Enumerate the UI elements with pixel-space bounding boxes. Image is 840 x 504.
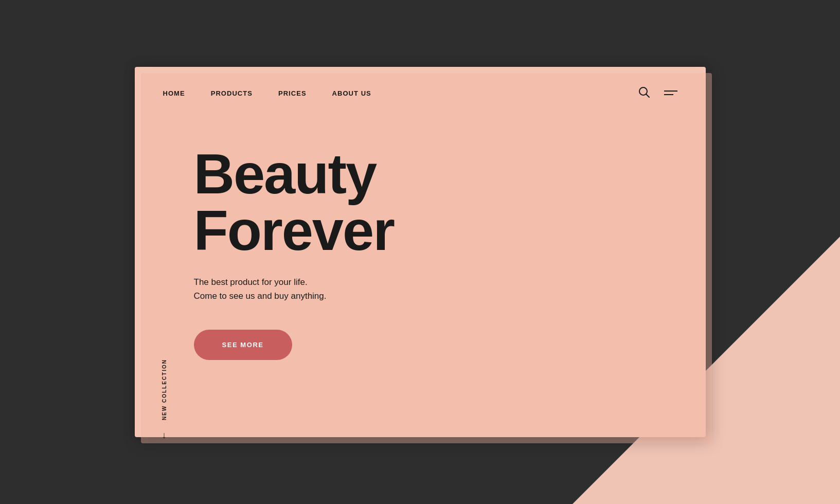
menu-icon[interactable]	[664, 91, 677, 95]
nav-prices[interactable]: PRICES	[278, 89, 307, 97]
nav-products[interactable]: PRODUCTS	[211, 89, 253, 97]
svg-point-0	[639, 87, 647, 95]
navbar: HOME PRODUCTS PRICES ABOUT US	[135, 67, 706, 115]
see-more-button[interactable]: SEE MORE	[194, 330, 292, 360]
svg-line-1	[646, 95, 649, 98]
nav-links: HOME PRODUCTS PRICES ABOUT US	[163, 88, 371, 98]
side-label: NEW COLLECTION ↓	[162, 359, 167, 440]
new-collection-label: NEW COLLECTION	[162, 359, 167, 420]
nav-about[interactable]: ABOUT US	[332, 89, 371, 97]
nav-icons	[638, 86, 677, 99]
hero-subtitle: The best product for your life. Come to …	[194, 275, 677, 303]
search-icon[interactable]	[638, 86, 650, 99]
main-card: HOME PRODUCTS PRICES ABOUT US	[135, 67, 706, 437]
hero-title: Beauty Forever	[194, 146, 677, 259]
nav-home[interactable]: HOME	[163, 89, 185, 97]
scroll-down-arrow[interactable]: ↓	[162, 430, 167, 440]
hero-section: Beauty Forever The best product for your…	[135, 115, 706, 360]
